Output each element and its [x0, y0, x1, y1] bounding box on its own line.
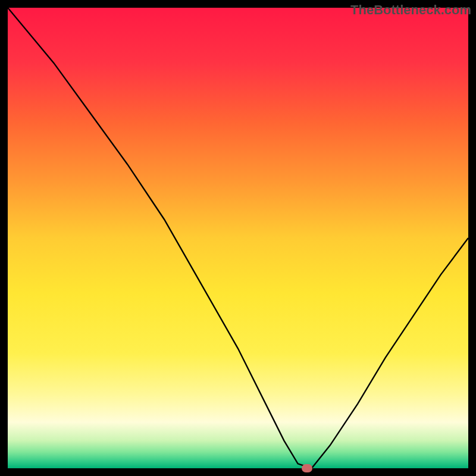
- chart-background-gradient: [8, 8, 468, 468]
- optimal-point-marker: [302, 464, 312, 472]
- bottleneck-chart: [8, 8, 468, 468]
- chart-svg: [8, 8, 468, 468]
- watermark-text: TheBottleneck.com: [350, 2, 471, 18]
